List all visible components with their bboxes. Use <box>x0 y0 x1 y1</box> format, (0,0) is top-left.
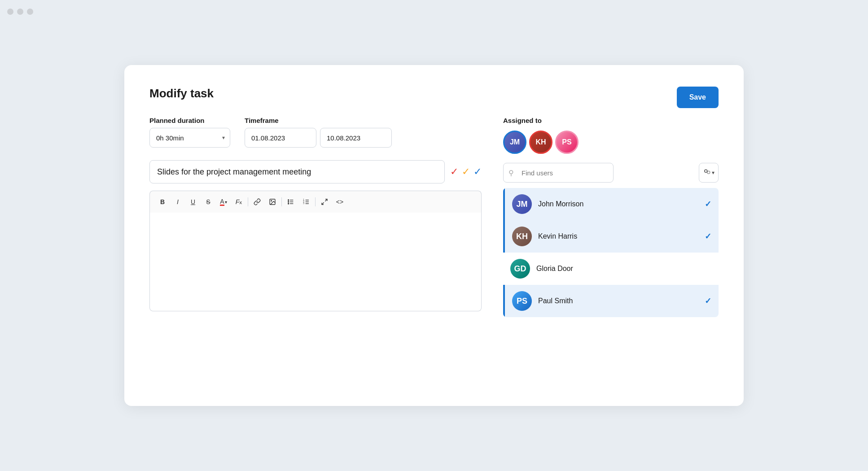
toolbar-bullet-list-button[interactable] <box>284 195 298 209</box>
task-name-input[interactable] <box>149 160 445 183</box>
task-name-row: ✓ ✓ ✓ <box>149 160 482 183</box>
toolbar-code-button[interactable]: <> <box>333 195 347 209</box>
priority-yellow-icon[interactable]: ✓ <box>462 166 470 178</box>
timeframe-inputs <box>245 128 482 148</box>
user-name-kevin: Kevin Harris <box>538 232 698 240</box>
toolbar-italic-button[interactable]: I <box>171 195 185 209</box>
user-name-john: John Morrison <box>538 200 698 208</box>
duration-select[interactable]: 0h 15min 0h 30min 1h 00min 1h 30min 2h 0… <box>149 128 230 148</box>
toolbar-image-button[interactable] <box>265 195 280 209</box>
check-icon-kevin: ✓ <box>705 231 711 241</box>
svg-line-14 <box>325 199 327 201</box>
toolbar-clear-format-button[interactable]: Fx <box>232 195 246 209</box>
priority-red-icon[interactable]: ✓ <box>450 166 458 178</box>
priority-blue-icon[interactable]: ✓ <box>473 166 482 178</box>
svg-point-17 <box>707 171 710 174</box>
planned-duration-label: Planned duration <box>149 117 230 124</box>
search-input-wrapper: ⚲ <box>503 163 695 183</box>
editor-toolbar: B I U S A ▾ Fx <box>149 191 482 213</box>
toolbar-bold-button[interactable]: B <box>155 195 170 209</box>
fields-row: Planned duration 0h 15min 0h 30min 1h 00… <box>149 117 482 148</box>
search-row: ⚲ ▾ <box>503 163 719 183</box>
check-icon-paul: ✓ <box>705 296 711 306</box>
user-name-paul: Paul Smith <box>538 297 698 305</box>
avatar-kevin-initials: KH <box>535 138 546 146</box>
editor-body[interactable] <box>149 213 482 311</box>
user-item-kevin[interactable]: KH Kevin Harris ✓ <box>503 220 719 253</box>
toolbar-underline-button[interactable]: U <box>186 195 200 209</box>
avatar-kevin[interactable]: KH <box>529 131 552 154</box>
toolbar-numbered-list-button[interactable]: 123 <box>299 195 313 209</box>
avatar-paul-initials: PS <box>562 138 571 146</box>
titlebar <box>0 0 868 23</box>
toolbar-divider-2 <box>281 197 282 206</box>
avatar-kevin-list: KH <box>512 227 532 246</box>
user-item-john[interactable]: JM John Morrison ✓ <box>503 188 719 220</box>
svg-point-7 <box>288 203 289 204</box>
user-item-gloria[interactable]: GD Gloria Door <box>503 253 719 285</box>
toolbar-divider-1 <box>248 197 248 206</box>
group-filter-button[interactable]: ▾ <box>699 163 719 183</box>
titlebar-dot-3 <box>27 9 33 15</box>
toolbar-font-color-button[interactable]: A ▾ <box>216 195 231 209</box>
assigned-avatars: JM KH PS <box>503 131 719 154</box>
svg-point-1 <box>271 201 272 201</box>
toolbar-divider-3 <box>315 197 316 206</box>
user-name-gloria: Gloria Door <box>536 265 711 273</box>
priority-icons: ✓ ✓ ✓ <box>450 166 482 178</box>
planned-duration-group: Planned duration 0h 15min 0h 30min 1h 00… <box>149 117 230 148</box>
modify-task-modal: Modify task Save Planned duration 0h 15m… <box>124 65 744 406</box>
titlebar-dot-2 <box>17 9 23 15</box>
svg-point-6 <box>288 201 289 202</box>
right-panel: Assigned to JM KH PS ⚲ <box>503 117 719 317</box>
timeframe-label: Timeframe <box>245 117 482 124</box>
avatar-paul-list: PS <box>512 291 532 311</box>
timeframe-group: Timeframe <box>245 117 482 148</box>
avatar-gloria-list: GD <box>510 259 530 279</box>
find-users-input[interactable] <box>503 163 614 183</box>
user-list: JM John Morrison ✓ KH Kevin Harris ✓ GD … <box>503 188 719 317</box>
save-button[interactable]: Save <box>677 87 719 108</box>
form-layout: Planned duration 0h 15min 0h 30min 1h 00… <box>149 117 719 317</box>
toolbar-strikethrough-button[interactable]: S <box>201 195 215 209</box>
modal-title: Modify task <box>149 87 719 100</box>
toolbar-expand-button[interactable] <box>317 195 332 209</box>
user-item-paul[interactable]: PS Paul Smith ✓ <box>503 285 719 317</box>
svg-point-5 <box>288 200 289 201</box>
avatar-john-initials: JM <box>510 138 520 146</box>
assigned-to-label: Assigned to <box>503 117 719 124</box>
avatar-john[interactable]: JM <box>503 131 526 154</box>
left-panel: Planned duration 0h 15min 0h 30min 1h 00… <box>149 117 482 317</box>
avatar-john-list: JM <box>512 194 532 214</box>
titlebar-dot-1 <box>7 9 13 15</box>
timeframe-end-input[interactable] <box>320 128 392 148</box>
check-icon-john: ✓ <box>705 199 711 209</box>
avatar-paul[interactable]: PS <box>555 131 579 154</box>
svg-text:3: 3 <box>303 202 304 205</box>
toolbar-link-button[interactable] <box>250 195 264 209</box>
duration-select-wrapper: 0h 15min 0h 30min 1h 00min 1h 30min 2h 0… <box>149 128 230 148</box>
svg-line-15 <box>322 202 324 205</box>
svg-point-16 <box>705 170 707 172</box>
timeframe-start-input[interactable] <box>245 128 316 148</box>
